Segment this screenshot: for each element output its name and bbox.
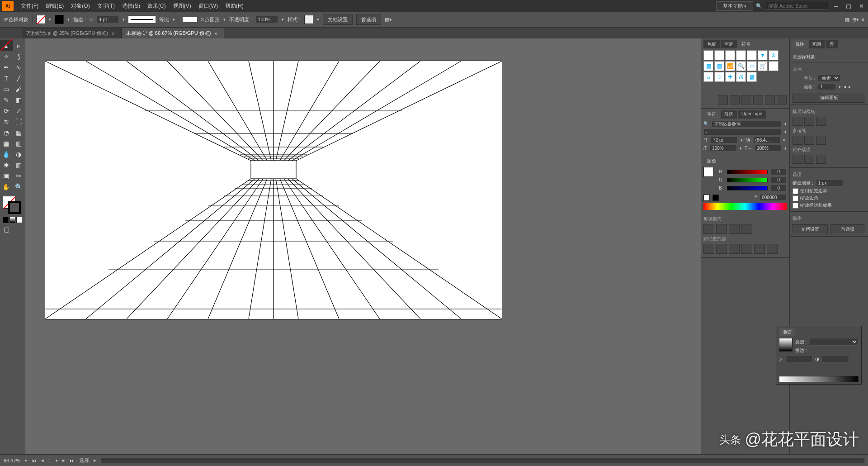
smart-guides-icon[interactable] [816, 136, 826, 145]
direct-selection-tool[interactable]: ▹ [13, 40, 25, 51]
layers-tab[interactable]: 图层 [809, 40, 825, 48]
crop-icon[interactable] [741, 244, 752, 254]
symbol-item[interactable] [736, 50, 746, 60]
panel-menu-icon[interactable]: ≡ [862, 17, 864, 23]
artboard-nav-value[interactable]: 1 [48, 458, 51, 463]
symbol-break-link-icon[interactable]: ⊘ [769, 50, 778, 60]
window-minimize-icon[interactable]: ─ [831, 2, 841, 10]
prev-artboard-icon[interactable]: ◂ [844, 84, 846, 89]
perspective-tool[interactable]: ▦ [13, 127, 25, 138]
symbol-item[interactable]: ✚ [725, 72, 735, 82]
close-tab-icon[interactable]: × [112, 31, 114, 36]
artboard-nav-first-icon[interactable]: ⏮ [32, 458, 37, 463]
zoom-level[interactable]: 66.67% [4, 458, 20, 463]
symbol-item[interactable]: 🔍 [736, 61, 746, 71]
symbol-item[interactable] [703, 50, 713, 60]
guide-visibility-icon[interactable] [793, 136, 802, 145]
paragraph-tab[interactable]: 段落 [721, 110, 737, 119]
gradient-aspect-input[interactable] [822, 356, 849, 362]
snap-grid-icon[interactable] [816, 155, 826, 164]
close-tab-icon[interactable]: × [214, 31, 217, 36]
quick-prefs-button[interactable]: 首选项 [830, 224, 865, 234]
preferences-button[interactable]: 首选项 [356, 14, 381, 25]
symbol-item[interactable]: ▩ [747, 72, 757, 82]
brush-preview[interactable] [183, 17, 197, 22]
menu-file[interactable]: 文件(F) [17, 2, 42, 10]
color-mode-none[interactable] [16, 217, 22, 223]
document-tab[interactable]: 万粉纪念.ai @ 25% (RGB/GPU 预览)× [22, 28, 122, 38]
shape-builder-tool[interactable]: ◔ [0, 127, 13, 138]
canvas[interactable] [25, 38, 701, 454]
free-transform-tool[interactable]: ⛶ [13, 116, 25, 127]
properties-tab[interactable]: 属性 [792, 40, 808, 48]
grad-stroke-1-icon[interactable] [810, 347, 818, 354]
artboard-nav-last-icon[interactable]: ⏭ [70, 458, 75, 463]
opentype-tab[interactable]: OpenType [738, 110, 766, 119]
eraser-tool[interactable]: ◧ [13, 95, 25, 105]
menu-view[interactable]: 视图(V) [170, 2, 195, 10]
symbol-item[interactable]: ▤ [714, 61, 724, 71]
menu-edit[interactable]: 编辑(E) [42, 2, 67, 10]
symbol-item[interactable]: ▦ [703, 61, 713, 71]
fill-swatch[interactable] [36, 15, 45, 24]
symbol-item[interactable]: ♡ [714, 72, 724, 82]
edit-artboards-button[interactable]: 编辑画板 [793, 93, 865, 103]
hex-input[interactable] [760, 194, 787, 201]
symbol-item[interactable] [769, 61, 778, 71]
quick-doc-setup-button[interactable]: 文档设置 [793, 224, 827, 234]
pen-tool[interactable]: ✒ [0, 62, 13, 73]
width-tool[interactable]: ≋ [0, 116, 13, 127]
r-slider[interactable] [727, 170, 768, 174]
brush-label[interactable]: 3 点圆形 [201, 16, 220, 23]
symbol-item[interactable] [747, 50, 757, 60]
black-swatch[interactable] [712, 195, 719, 201]
symbols-tab[interactable]: 符号 [738, 40, 754, 48]
key-increment-input[interactable] [816, 180, 843, 186]
libraries-tab[interactable]: 库 [826, 40, 838, 48]
leading-input[interactable] [753, 137, 780, 143]
unite-icon[interactable] [703, 224, 714, 234]
snap-pixel-icon[interactable] [793, 155, 802, 164]
stroke-style-preview[interactable] [128, 16, 156, 23]
gradient-slider[interactable] [779, 376, 859, 382]
color-spectrum[interactable] [703, 203, 787, 210]
mesh-tool[interactable]: ▦ [0, 138, 13, 149]
b-slider[interactable] [727, 186, 768, 190]
fill-stroke-control[interactable] [0, 195, 25, 216]
magic-wand-tool[interactable]: ✧ [0, 51, 13, 62]
menu-object[interactable]: 对象(O) [67, 2, 93, 10]
share-icon[interactable]: ▦ [845, 17, 849, 23]
symbol-options-icon[interactable] [753, 95, 763, 105]
symbol-library-icon[interactable] [718, 95, 728, 105]
grad-stroke-3-icon[interactable] [831, 347, 840, 354]
document-tab[interactable]: 未标题-1* @ 66.67% (RGB/GPU 预览)× [122, 28, 224, 38]
rotate-tool[interactable]: ⟳ [0, 105, 13, 116]
artboard-tool[interactable]: ▣ [0, 171, 13, 181]
status-menu-icon[interactable]: ▸ [94, 457, 96, 463]
guide-lock-icon[interactable] [804, 136, 814, 145]
grid-icon[interactable] [804, 117, 814, 126]
search-stock-input[interactable] [765, 2, 828, 10]
brushes-tab[interactable]: 画笔 [721, 40, 737, 48]
gradient-angle-input[interactable] [785, 356, 812, 362]
font-size-input[interactable] [711, 137, 738, 143]
blend-tool[interactable]: ◑ [13, 149, 25, 160]
font-family-input[interactable] [712, 120, 782, 127]
place-symbol-icon[interactable] [730, 95, 740, 105]
character-tab[interactable]: 字符 [703, 110, 720, 119]
color-tab[interactable]: 颜色 [703, 157, 720, 165]
v-scale-input[interactable] [710, 145, 737, 152]
artboard-number-input[interactable] [818, 83, 836, 90]
rectangle-tool[interactable]: ▭ [0, 84, 13, 95]
window-close-icon[interactable]: ✕ [856, 2, 866, 10]
symbol-item[interactable] [714, 50, 724, 60]
menu-window[interactable]: 窗口(W) [195, 2, 222, 10]
scale-tool[interactable]: ⤢ [13, 105, 25, 116]
artboard-nav-next-icon[interactable]: ▸ [62, 457, 65, 463]
style-swatch[interactable] [304, 15, 313, 24]
scale-corners-checkbox[interactable] [793, 195, 798, 201]
arrange-icon[interactable]: ⊞▾ [852, 17, 859, 23]
symbol-item[interactable]: ⌂ [703, 72, 713, 82]
type-tool[interactable]: T [0, 73, 13, 84]
stroke-swatch[interactable] [55, 15, 64, 24]
